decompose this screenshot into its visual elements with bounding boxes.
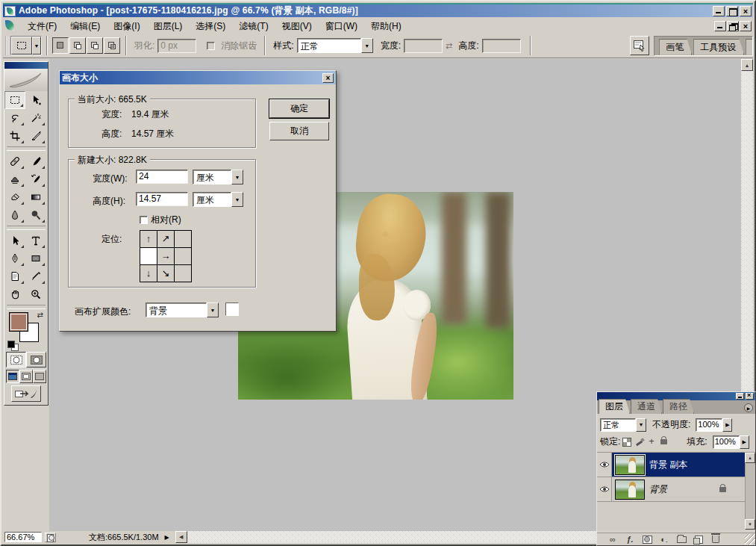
anchor-cell-up[interactable]: ↑	[140, 230, 157, 248]
new-width-unit-combo[interactable]: 厘米 ▼	[193, 170, 243, 184]
anchor-cell-down[interactable]: ↓	[140, 264, 157, 282]
notes-tool-icon[interactable]	[4, 267, 25, 285]
blur-tool-icon[interactable]	[4, 206, 25, 224]
ok-button[interactable]: 确定	[269, 99, 329, 118]
panel-resize-grip[interactable]	[745, 534, 755, 545]
panel-close-button[interactable]	[746, 393, 754, 400]
height-field[interactable]	[482, 39, 521, 53]
file-browser-button[interactable]	[630, 36, 649, 55]
new-group-icon[interactable]	[676, 535, 687, 544]
add-layer-mask-icon[interactable]	[642, 535, 652, 544]
menu-select[interactable]: 选择(S)	[189, 19, 232, 34]
brush-tool-icon[interactable]	[25, 152, 46, 170]
opacity-control[interactable]: 100% ▶	[696, 418, 732, 432]
anchor-cell-down-right[interactable]: ↘	[157, 264, 175, 282]
menu-help[interactable]: 帮助(H)	[364, 19, 408, 34]
extension-color-dropdown-icon[interactable]: ▼	[207, 303, 219, 317]
layers-scroll-up-icon[interactable]: ▲	[745, 453, 755, 463]
new-width-field[interactable]: 24	[136, 170, 188, 184]
fill-slider-icon[interactable]: ▶	[740, 435, 749, 449]
new-height-field[interactable]: 14.57	[136, 192, 188, 206]
doc-close-button[interactable]: ×	[740, 21, 752, 31]
preset-dropdown-icon[interactable]: ▼	[32, 37, 41, 55]
panel-menu-icon[interactable]: ▶	[744, 403, 753, 412]
link-layers-icon[interactable]: ∞	[607, 535, 618, 544]
feather-field[interactable]: 0 px	[157, 39, 196, 53]
pen-tool-icon[interactable]	[4, 249, 25, 267]
visibility-toggle[interactable]	[597, 477, 612, 501]
history-brush-tool-icon[interactable]	[25, 170, 46, 188]
foreground-color-swatch[interactable]	[9, 312, 28, 332]
dialog-title-bar[interactable]: 画布大小 ×	[60, 71, 336, 84]
fill-value[interactable]: 100%	[713, 435, 740, 449]
layers-scroll-down-icon[interactable]: ▼	[745, 519, 755, 530]
scroll-left-button[interactable]: ◀	[175, 531, 187, 543]
anchor-cell-mid-right[interactable]	[174, 247, 192, 265]
opacity-slider-icon[interactable]: ▶	[722, 418, 732, 432]
path-selection-tool-icon[interactable]	[4, 232, 25, 249]
title-bar[interactable]: Adobe Photoshop - [post-17675-1180416216…	[3, 3, 753, 17]
toolbox-drag-bar[interactable]	[4, 62, 48, 69]
layer-name[interactable]: 背景	[649, 483, 667, 496]
menu-view[interactable]: 视图(V)	[275, 19, 319, 34]
dialog-close-icon[interactable]: ×	[322, 73, 334, 83]
cancel-button[interactable]: 取消	[269, 122, 329, 140]
lasso-tool-icon[interactable]	[4, 109, 25, 127]
quick-mask-mode-button[interactable]	[26, 352, 46, 367]
anchor-cell-right[interactable]: →	[157, 247, 175, 265]
menu-file[interactable]: 文件(F)	[21, 19, 63, 34]
close-button[interactable]: ×	[740, 6, 752, 16]
visibility-toggle[interactable]	[597, 453, 612, 477]
layer-name[interactable]: 背景 副本	[649, 459, 687, 471]
zoom-level-field[interactable]: 66.67%	[4, 532, 42, 542]
menu-filter[interactable]: 滤镜(T)	[232, 19, 275, 34]
panel-minimize-button[interactable]	[736, 393, 744, 400]
menu-window[interactable]: 窗口(W)	[319, 19, 364, 34]
style-combo[interactable]: 正常 ▼	[297, 38, 373, 53]
lock-paint-icon[interactable]	[635, 438, 644, 447]
palette-tab-tool-presets[interactable]: 工具预设	[693, 39, 744, 55]
blend-mode-dropdown-icon[interactable]: ▼	[636, 418, 646, 432]
anchor-cell-bottom-right[interactable]	[174, 264, 192, 282]
selection-add-button[interactable]	[69, 37, 86, 54]
antialias-checkbox[interactable]	[207, 42, 215, 50]
tab-channels[interactable]: 通道	[631, 399, 662, 414]
clone-stamp-tool-icon[interactable]	[4, 170, 25, 188]
selection-new-button[interactable]	[52, 37, 69, 54]
lock-all-icon[interactable]	[660, 439, 667, 444]
fill-control[interactable]: 100% ▶	[713, 435, 749, 449]
layer-row-background-copy[interactable]: 背景 副本	[597, 453, 746, 477]
anchor-cell-selected[interactable]	[140, 247, 157, 265]
scroll-up-button[interactable]: ▲	[741, 59, 753, 71]
minimize-button[interactable]	[713, 6, 725, 16]
default-colors-icon[interactable]	[7, 341, 18, 350]
relative-checkbox[interactable]	[140, 216, 148, 224]
tab-paths[interactable]: 路径	[663, 399, 694, 414]
move-tool-icon[interactable]	[25, 91, 46, 109]
selection-intersect-button[interactable]	[104, 37, 120, 54]
width-field[interactable]	[404, 39, 443, 53]
options-bar-grip[interactable]	[5, 36, 8, 55]
photoshop-feather-logo[interactable]	[4, 69, 48, 91]
layers-scrollbar[interactable]: ▲ ▼	[745, 453, 755, 530]
lock-position-icon[interactable]	[648, 438, 657, 447]
standard-mode-button[interactable]	[6, 352, 26, 367]
opacity-value[interactable]: 100%	[696, 418, 722, 432]
palette-tab-layer-comps[interactable]: 图层复合	[746, 39, 753, 55]
jump-to-imageready-button[interactable]	[11, 385, 41, 402]
dodge-tool-icon[interactable]	[25, 206, 46, 224]
tab-layers[interactable]: 图层	[599, 399, 630, 414]
menu-layer[interactable]: 图层(L)	[147, 19, 190, 34]
tool-preset-picker[interactable]: ▼	[10, 36, 42, 55]
antialias-checkbox-group[interactable]: 消除锯齿	[207, 40, 260, 52]
lock-transparency-icon[interactable]	[622, 438, 631, 447]
magic-wand-tool-icon[interactable]	[25, 109, 46, 127]
anchor-cell-top-right[interactable]	[174, 230, 192, 248]
menu-image[interactable]: 图像(I)	[107, 19, 146, 34]
layer-row-background[interactable]: 背景	[597, 477, 746, 502]
rectangular-marquee-tool-icon[interactable]	[4, 91, 25, 109]
doc-minimize-button[interactable]	[714, 21, 726, 31]
slice-tool-icon[interactable]	[25, 127, 46, 145]
palette-tab-brushes[interactable]: 画笔	[659, 39, 692, 55]
status-popup-icon[interactable]: ▶	[165, 534, 169, 541]
